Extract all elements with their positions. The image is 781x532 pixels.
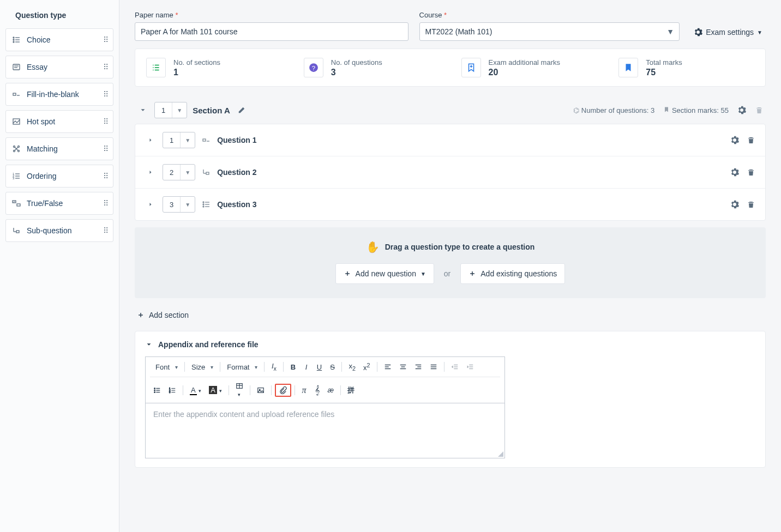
align-right-button[interactable]: [411, 361, 425, 372]
resize-handle[interactable]: [498, 451, 503, 457]
caret-down-icon: ▼: [757, 29, 762, 35]
main-content: Paper name * Course * MT2022 (Math 101) …: [119, 0, 781, 532]
expand-toggle[interactable]: [145, 199, 156, 210]
pi-button[interactable]: π: [298, 384, 310, 397]
indent-button[interactable]: [463, 361, 477, 372]
matching-icon: [11, 144, 21, 153]
bookmark-plus-icon: [461, 58, 481, 77]
bullet-list-button[interactable]: [150, 385, 164, 396]
underline-button[interactable]: U: [313, 361, 325, 373]
appendix-toggle[interactable]: Appendix and reference file: [145, 340, 755, 349]
drag-handle-icon: ⠿: [103, 90, 109, 99]
drag-handle-icon: ⠿: [103, 226, 109, 235]
list-icon: [146, 58, 166, 77]
qtype-label: True/False: [27, 199, 63, 208]
qtype-choice[interactable]: Choice ⠿: [5, 28, 113, 51]
text-color-button[interactable]: A ▾: [187, 384, 205, 396]
paper-name-input[interactable]: [135, 22, 408, 41]
summary-questions: ? No. of questions3: [304, 58, 440, 77]
svg-point-2: [13, 39, 14, 40]
question-number: 1: [163, 136, 180, 144]
question-settings-button[interactable]: [730, 136, 739, 144]
table-button[interactable]: ▾: [232, 380, 247, 400]
italic-button[interactable]: I: [300, 361, 312, 373]
svg-point-68: [154, 390, 155, 391]
collapse-toggle[interactable]: [137, 104, 149, 116]
number-list-button[interactable]: 123: [165, 385, 179, 396]
chevron-down-icon: [145, 341, 153, 348]
image-button[interactable]: [254, 385, 268, 396]
strike-button[interactable]: S: [326, 361, 338, 373]
qtype-label: Ordering: [27, 172, 56, 180]
svg-point-46: [203, 206, 204, 207]
section-marks-label: Section marks:: [672, 106, 719, 114]
clear-format-button[interactable]: Ix: [268, 360, 280, 373]
expand-toggle[interactable]: [145, 167, 156, 178]
align-justify-button[interactable]: [426, 361, 441, 372]
hand-icon: ✋: [366, 240, 380, 253]
question-delete-button[interactable]: [747, 200, 755, 209]
editor-placeholder: Enter the appendix content and upload re…: [153, 410, 334, 419]
edit-section-button[interactable]: [238, 106, 245, 114]
editor-textarea[interactable]: Enter the appendix content and upload re…: [146, 403, 504, 458]
exam-settings-button[interactable]: Exam settings ▼: [690, 23, 766, 41]
qtype-truefalse[interactable]: True/False ⠿: [5, 192, 113, 215]
btn-label: Add existing questions: [480, 269, 557, 278]
course-select[interactable]: MT2022 (Math 101): [419, 22, 680, 41]
question-settings-button[interactable]: [730, 200, 739, 209]
size-select[interactable]: Size▾: [188, 361, 217, 373]
music-button[interactable]: 𝄞: [311, 384, 323, 397]
section-marks-value: 55: [721, 106, 729, 114]
dropzone[interactable]: ✋ Drag a question type to create a quest…: [135, 227, 766, 298]
svg-text:3: 3: [13, 177, 15, 180]
question-number-select[interactable]: 2▼: [163, 164, 195, 180]
question-delete-button[interactable]: [747, 136, 755, 144]
qtype-matching[interactable]: Matching ⠿: [5, 137, 113, 160]
question-icon: ?: [304, 58, 323, 77]
question-delete-button[interactable]: [747, 168, 755, 177]
question-row: 1▼ Question 1: [135, 124, 765, 156]
pinyin-button[interactable]: 拼: [344, 384, 358, 397]
qtype-subquestion[interactable]: Sub-question ⠿: [5, 219, 113, 242]
svg-rect-6: [13, 64, 20, 70]
add-new-question-button[interactable]: ＋ Add new question ▼: [335, 263, 434, 284]
question-settings-button[interactable]: [730, 168, 739, 177]
question-number: 3: [163, 201, 180, 209]
bg-color-button[interactable]: A ▾: [206, 384, 225, 396]
qtype-fill-blank[interactable]: Fill-in-the-blank ⠿: [5, 83, 113, 106]
font-select[interactable]: Font▾: [152, 361, 181, 373]
paper-name-field: Paper name *: [135, 11, 408, 41]
fill-blank-icon: [11, 90, 21, 99]
qtype-ordering[interactable]: 123 Ordering ⠿: [5, 165, 113, 188]
section-delete-button[interactable]: [755, 106, 764, 114]
exam-settings-label: Exam settings: [706, 28, 754, 37]
add-section-button[interactable]: ＋ Add section: [135, 308, 191, 322]
format-select[interactable]: Format▾: [224, 361, 261, 373]
svg-point-66: [154, 388, 155, 389]
section-number-select[interactable]: 1 ▼: [154, 102, 187, 118]
qtype-hotspot[interactable]: Hot spot ⠿: [5, 110, 113, 133]
summary-value: 1: [173, 68, 220, 77]
truefalse-icon: [11, 199, 21, 208]
outdent-button[interactable]: [448, 361, 462, 372]
add-existing-questions-button[interactable]: ＋ Add existing questions: [460, 263, 565, 284]
align-center-button[interactable]: [396, 361, 410, 372]
bold-button[interactable]: B: [287, 361, 299, 373]
question-number-select[interactable]: 1▼: [163, 132, 195, 148]
question-type-list: Choice ⠿ Essay ⠿ Fill-in-the-blank ⠿ Hot…: [0, 28, 119, 242]
question-title: Question 3: [217, 200, 256, 209]
section-title: Section A: [193, 106, 230, 115]
summary-additional-marks: Exam additional marks20: [461, 58, 597, 77]
subscript-button[interactable]: x2: [345, 360, 359, 373]
superscript-button[interactable]: x2: [360, 360, 374, 373]
gear-icon: [694, 28, 702, 37]
section-number: 1: [155, 106, 172, 114]
align-left-button[interactable]: [381, 361, 395, 372]
special-char-button[interactable]: æ: [325, 384, 338, 396]
question-number-select[interactable]: 3▼: [163, 196, 195, 213]
section-settings-button[interactable]: [737, 106, 746, 114]
bookmark-icon: [618, 58, 638, 77]
expand-toggle[interactable]: [145, 135, 156, 146]
attachment-button[interactable]: [275, 384, 291, 397]
qtype-essay[interactable]: Essay ⠿: [5, 56, 113, 78]
